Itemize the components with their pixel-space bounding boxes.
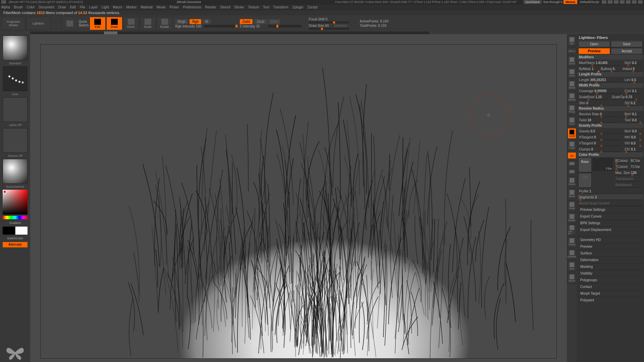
hue-slider[interactable]	[3, 216, 28, 219]
z-intensity-slider[interactable]	[268, 25, 302, 27]
preview-settings-item[interactable]: Preview Settings	[578, 206, 643, 213]
scale-button[interactable]: Scale	[140, 17, 156, 30]
menu-item[interactable]: Color	[27, 5, 35, 9]
menu-item[interactable]: Render	[205, 5, 216, 9]
twv-slider[interactable]: TwV 0.0	[623, 117, 643, 123]
menu-item[interactable]: Transform	[273, 5, 288, 9]
bpr-button[interactable]: Bpr	[568, 36, 576, 46]
vtangent-slider[interactable]: VTangent 0	[578, 140, 623, 146]
clumps-slider[interactable]: Clumps 0	[578, 146, 623, 152]
dynamic-button[interactable]: Dynamic	[568, 249, 576, 259]
modifiers-header[interactable]: Modifiers	[578, 55, 643, 60]
bcoloriz-slider[interactable]: BColoriz	[614, 158, 629, 164]
gravity-profile-header[interactable]: Gravity Profile	[578, 123, 643, 128]
brush-selector[interactable]	[3, 36, 28, 60]
linefill-button[interactable]: Line Fill	[568, 225, 576, 235]
aahalf-button[interactable]: AAHalf	[568, 92, 576, 103]
menu-item[interactable]: Preferences	[183, 5, 201, 9]
menu-item[interactable]: Picker	[170, 5, 179, 9]
contact-item[interactable]: Contact	[578, 283, 643, 290]
pf-button[interactable]	[568, 168, 576, 175]
close-icon[interactable]	[638, 0, 643, 4]
scale-view-button[interactable]: Scale	[568, 200, 576, 211]
slim-slider[interactable]: Slim 0	[578, 100, 623, 106]
menus-button[interactable]: Menus	[564, 0, 577, 4]
window-icon[interactable]	[614, 0, 619, 4]
slv-slider[interactable]: SlV 0.2	[623, 100, 643, 106]
menu-item[interactable]: Edit	[70, 5, 76, 9]
preview-item[interactable]: Preview	[578, 243, 643, 250]
pf-button[interactable]	[568, 160, 576, 167]
morph-target-item[interactable]: Morph Target	[578, 290, 643, 297]
menu-item[interactable]: Movie	[157, 5, 166, 9]
menu-item[interactable]: Stencil	[220, 5, 230, 9]
scaletip-slider[interactable]: ScaleTip 0.75	[610, 94, 643, 100]
mrgb-button[interactable]: Mrgb	[175, 19, 189, 24]
rgb-intensity-slider[interactable]	[204, 25, 237, 27]
quicksketch-button[interactable]	[62, 17, 78, 30]
primary-color[interactable]	[15, 227, 28, 235]
gradient-toggle[interactable]: Gradient	[9, 221, 22, 225]
spix-control[interactable]: SPix 3	[568, 48, 576, 54]
geometry-hd-item[interactable]: Geometry HD	[578, 236, 643, 243]
script-label[interactable]: DefaultZScript	[579, 0, 600, 4]
bpr-settings-item[interactable]: BPR Settings	[578, 220, 643, 226]
menu-item[interactable]: Draw	[58, 5, 66, 9]
draw-button[interactable]: Draw	[106, 17, 122, 30]
menu-item[interactable]: Tool	[263, 5, 269, 9]
color-picker[interactable]	[3, 190, 28, 215]
xpose-button[interactable]: Xpose	[568, 273, 576, 284]
dev-slider[interactable]: DeV 0.2	[623, 60, 643, 66]
quicksave-button[interactable]: QuickSave	[523, 0, 542, 4]
alpha-selector[interactable]	[3, 97, 28, 122]
menu-item[interactable]: Document	[39, 5, 54, 9]
rgb-button[interactable]: Rgb	[190, 19, 201, 24]
length-slider[interactable]: Length 395.06253	[578, 77, 623, 83]
deformation-item[interactable]: Deformation	[578, 256, 643, 263]
preview-button[interactable]: Preview	[578, 48, 610, 54]
projection-master-button[interactable]: ProjectionMaster	[1, 17, 25, 30]
tcvar-slider[interactable]: TCVar	[629, 164, 643, 170]
draw-size-slider[interactable]	[309, 28, 349, 30]
transp-button[interactable]: Transp	[568, 237, 576, 247]
sysmenu-icon[interactable]	[1, 0, 6, 4]
tray-breadcrumb[interactable]: Lightbox› Fibers	[578, 35, 643, 41]
zadd-button[interactable]: Zadd	[240, 19, 253, 24]
xyz-button[interactable]: Xyz	[568, 152, 576, 159]
imbed-slider[interactable]: Imbed 0	[621, 66, 643, 72]
lev-slider[interactable]: LeV 0.5	[623, 77, 643, 83]
floor-button[interactable]: Floor	[568, 116, 576, 127]
surface-item[interactable]: Surface	[578, 250, 643, 256]
maximize-icon[interactable]	[632, 0, 637, 4]
move-button[interactable]: Move	[123, 17, 139, 30]
clv-slider[interactable]: ClV 0.1	[623, 146, 643, 152]
gravity-slider[interactable]: Gravity 0.5	[578, 128, 623, 134]
stroke-selector[interactable]	[3, 66, 28, 91]
menu-item[interactable]: Stroke	[234, 5, 244, 9]
profile-slider[interactable]: Profile 1	[578, 188, 643, 194]
zcut-button[interactable]: Zcut	[268, 19, 280, 24]
open-button[interactable]: Open	[578, 41, 610, 47]
actual-button[interactable]: Actual	[568, 80, 576, 90]
export-curves-item[interactable]: Export Curves	[578, 213, 643, 220]
twist-slider[interactable]: Twist 18	[578, 117, 623, 123]
material-selector[interactable]	[3, 159, 28, 184]
menu-item[interactable]: Macro	[113, 5, 122, 9]
htangent-slider[interactable]: HTangent 0	[578, 134, 623, 140]
byarea-slider[interactable]: ByArea 0.	[599, 66, 621, 72]
alternate-button[interactable]: Alternate	[3, 242, 28, 247]
save-button[interactable]: Save	[611, 41, 643, 47]
visibility-item[interactable]: Visibility	[578, 270, 643, 277]
menu-item[interactable]: Marker	[126, 5, 137, 9]
window-icon[interactable]	[608, 0, 612, 4]
menu-item[interactable]: File	[80, 5, 85, 9]
menu-item[interactable]: Material	[141, 5, 153, 9]
bymask-slider[interactable]: ByMask 1	[578, 66, 599, 72]
revolve-rate-slider[interactable]: Revolve Rate 0	[578, 111, 623, 117]
nov-slider[interactable]: NoV 0.0	[623, 128, 643, 134]
menu-item[interactable]: Brush	[14, 5, 23, 9]
move-view-button[interactable]: Move	[568, 188, 576, 199]
rotate-button[interactable]: Rotate	[157, 17, 173, 30]
tip-color-button[interactable]: Tip	[578, 173, 592, 188]
secondary-color[interactable]	[3, 227, 15, 235]
